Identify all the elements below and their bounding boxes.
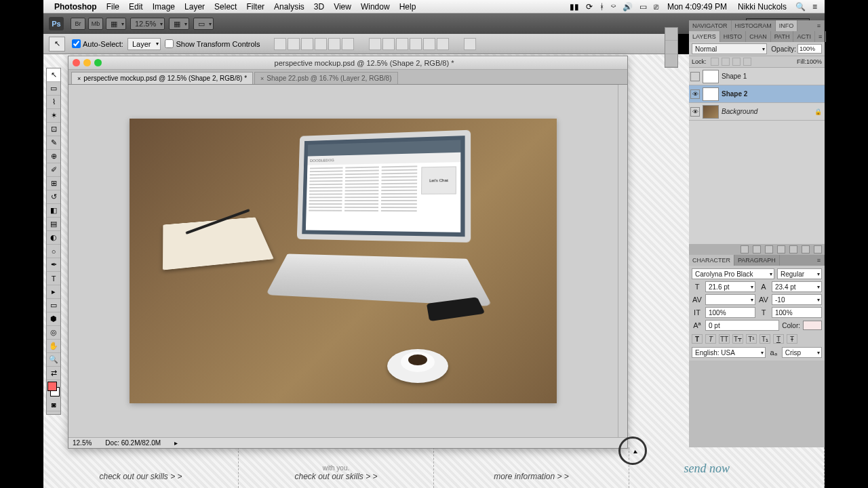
kerning-field[interactable] bbox=[705, 294, 755, 305]
3d-camera-tool[interactable]: ◎ bbox=[47, 326, 60, 340]
history-brush-tool[interactable]: ↺ bbox=[47, 190, 60, 204]
dock-item[interactable] bbox=[665, 41, 677, 54]
move-tool[interactable]: ↖ bbox=[47, 68, 60, 82]
window-minimize-button[interactable] bbox=[83, 59, 91, 66]
wifi-icon[interactable]: ⌔ bbox=[611, 2, 616, 12]
bluetooth-icon[interactable]: ᚼ bbox=[599, 2, 604, 12]
tab-info[interactable]: INFO bbox=[776, 20, 798, 31]
blur-tool[interactable]: ◐ bbox=[47, 231, 60, 245]
distribute-button[interactable] bbox=[369, 38, 381, 50]
language-dropdown[interactable]: English: USA bbox=[692, 347, 766, 358]
layer-row[interactable]: 👁 Background 🔒 bbox=[689, 103, 825, 121]
eraser-tool[interactable]: ◧ bbox=[47, 204, 60, 218]
menu-select[interactable]: Select bbox=[214, 2, 237, 12]
tab-character[interactable]: CHARACTER bbox=[689, 255, 734, 266]
tracking-field[interactable]: -10 bbox=[772, 294, 822, 305]
document-tab-active[interactable]: ×perspective mockup.psd @ 12.5% (Shape 2… bbox=[71, 72, 253, 84]
volume-icon[interactable]: 🔊 bbox=[623, 2, 633, 12]
visibility-toggle[interactable]: 👁 bbox=[690, 89, 700, 99]
tab-paths[interactable]: PATH bbox=[771, 31, 794, 42]
menu-edit[interactable]: Edit bbox=[129, 2, 143, 12]
vertical-scale-field[interactable]: 100% bbox=[705, 307, 755, 318]
layer-thumbnail[interactable] bbox=[703, 105, 719, 119]
auto-select-dropdown[interactable]: Layer bbox=[127, 38, 161, 50]
delete-layer-button[interactable] bbox=[814, 245, 822, 253]
status-arrow-icon[interactable]: ▸ bbox=[174, 439, 178, 447]
panel-menu-icon[interactable]: ≡ bbox=[815, 31, 826, 42]
visibility-toggle[interactable] bbox=[690, 72, 700, 81]
all-caps-button[interactable]: TT bbox=[719, 334, 730, 344]
panel-menu-icon[interactable]: ≡ bbox=[814, 20, 825, 31]
lock-all-button[interactable] bbox=[743, 58, 751, 66]
lasso-tool[interactable]: ⌇ bbox=[47, 96, 60, 109]
color-switch[interactable]: ⇄ bbox=[47, 367, 60, 380]
fill-field[interactable]: 100% bbox=[806, 58, 822, 65]
panel-menu-icon[interactable]: ≡ bbox=[814, 255, 825, 266]
photoshop-icon[interactable]: Ps bbox=[49, 17, 64, 30]
strikethrough-button[interactable]: Ŧ bbox=[787, 334, 797, 344]
align-hcenter-button[interactable] bbox=[328, 38, 340, 50]
layer-row[interactable]: 👁 Shape 2 bbox=[689, 85, 825, 103]
font-style-dropdown[interactable]: Regular bbox=[777, 268, 822, 279]
gradient-tool[interactable]: ▤ bbox=[47, 218, 60, 231]
dodge-tool[interactable]: ○ bbox=[47, 245, 60, 258]
spotlight-icon[interactable]: 🔍 bbox=[795, 2, 806, 12]
color-swatches[interactable] bbox=[47, 382, 60, 396]
lock-pixels-button[interactable] bbox=[722, 58, 730, 66]
vertical-scrollbar[interactable] bbox=[618, 85, 627, 437]
window-zoom-button[interactable] bbox=[94, 59, 102, 66]
quick-mask-tool[interactable]: ◙ bbox=[47, 398, 60, 411]
window-close-button[interactable] bbox=[73, 59, 80, 66]
pen-tool[interactable]: ✒ bbox=[47, 258, 60, 272]
distribute-button[interactable] bbox=[437, 38, 449, 50]
dock-item[interactable] bbox=[665, 28, 677, 41]
adjustment-layer-button[interactable] bbox=[777, 245, 785, 253]
menu-window[interactable]: Window bbox=[361, 2, 390, 12]
menu-help[interactable]: Help bbox=[399, 2, 416, 12]
displays-icon[interactable]: ▭ bbox=[639, 2, 647, 12]
align-top-button[interactable] bbox=[274, 38, 286, 50]
distribute-button[interactable] bbox=[382, 38, 395, 50]
app-name[interactable]: Photoshop bbox=[54, 2, 97, 12]
send-now-button[interactable]: send now bbox=[684, 462, 730, 476]
menubar-user[interactable]: Nikki Nuckols bbox=[738, 2, 787, 12]
distribute-button[interactable] bbox=[396, 38, 408, 50]
menu-view[interactable]: View bbox=[334, 2, 351, 12]
blend-mode-dropdown[interactable]: Normal bbox=[692, 43, 767, 54]
menu-layer[interactable]: Layer bbox=[184, 2, 205, 12]
tab-history[interactable]: HISTO bbox=[720, 31, 746, 42]
layer-fx-button[interactable] bbox=[753, 245, 761, 253]
stamp-tool[interactable]: ⊞ bbox=[47, 177, 60, 190]
visibility-toggle[interactable]: 👁 bbox=[690, 107, 700, 117]
text-color-swatch[interactable] bbox=[803, 321, 822, 330]
document-tab[interactable]: ×Shape 22.psb @ 16.7% (Layer 2, RGB/8) bbox=[254, 72, 397, 84]
dock-item[interactable] bbox=[665, 54, 677, 67]
small-caps-button[interactable]: Tᴛ bbox=[732, 334, 743, 344]
timemachine-icon[interactable]: ⟳ bbox=[586, 2, 593, 12]
faux-bold-button[interactable]: T bbox=[692, 334, 703, 344]
lock-position-button[interactable] bbox=[732, 58, 741, 66]
new-layer-button[interactable] bbox=[802, 245, 810, 253]
subscript-button[interactable]: T₁ bbox=[760, 334, 770, 344]
anti-alias-dropdown[interactable]: Crisp bbox=[782, 347, 822, 358]
font-family-dropdown[interactable]: Carolyna Pro Black bbox=[692, 268, 774, 279]
tab-layers[interactable]: LAYERS bbox=[689, 31, 720, 42]
auto-align-button[interactable] bbox=[464, 38, 476, 50]
layer-name[interactable]: Shape 1 bbox=[722, 73, 823, 80]
menubar-clock[interactable]: Mon 4:09:49 PM bbox=[667, 2, 727, 12]
battery-icon[interactable]: ▮▮ bbox=[570, 2, 579, 12]
screen-mode-dropdown[interactable]: ▭ bbox=[193, 18, 214, 30]
notifications-icon[interactable]: ≡ bbox=[812, 2, 817, 12]
menu-file[interactable]: File bbox=[106, 2, 119, 12]
faux-italic-button[interactable]: T bbox=[705, 334, 716, 344]
layer-group-button[interactable] bbox=[789, 245, 797, 253]
marquee-tool[interactable]: ▭ bbox=[47, 82, 60, 96]
zoom-dropdown[interactable]: 12.5% bbox=[130, 18, 165, 30]
hand-tool[interactable]: ✋ bbox=[47, 340, 60, 353]
mini-bridge-button[interactable]: Mb bbox=[88, 18, 103, 30]
tab-actions[interactable]: ACTI bbox=[793, 31, 815, 42]
underline-button[interactable]: T bbox=[773, 334, 784, 344]
view-extras-dropdown[interactable]: ▦ bbox=[106, 18, 126, 30]
layer-mask-button[interactable] bbox=[765, 245, 773, 253]
link-layers-button[interactable] bbox=[741, 245, 749, 253]
